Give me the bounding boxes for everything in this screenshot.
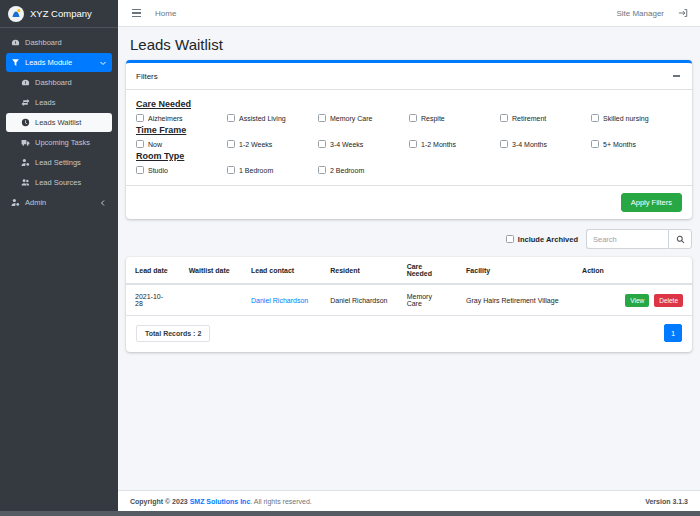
filter-option-studio[interactable]: Studio (136, 166, 227, 174)
time-frame-options: Now 1-2 Weeks 3-4 Weeks 1-2 Months 3-4 M… (136, 140, 682, 148)
sidebar-item-admin[interactable]: Admin (6, 193, 112, 212)
leads-module-submenu: Dashboard Leads Leads Waitlist Upcoming … (6, 73, 112, 192)
include-archived-toggle[interactable]: Include Archived (506, 235, 578, 244)
filters-footer: Apply Filters (126, 185, 692, 219)
checkbox-1-2-weeks[interactable] (227, 140, 235, 148)
sidebar-item-leads[interactable]: Leads (6, 93, 112, 112)
cell-care-needed: Memory Care (398, 284, 457, 316)
checkbox-3-4-months[interactable] (500, 140, 508, 148)
company-link[interactable]: SMZ Solutions Inc (190, 498, 251, 505)
pagination-page-1[interactable]: 1 (664, 324, 682, 342)
include-archived-label: Include Archived (518, 235, 578, 244)
content-area: Leads Waitlist Filters Care Needed Alzhe… (118, 27, 700, 516)
care-needed-heading: Care Needed (136, 99, 682, 109)
admin-icon (11, 198, 20, 207)
sidebar-item-leads-waitlist[interactable]: Leads Waitlist (6, 113, 112, 132)
cell-waitlist-date (180, 284, 242, 316)
column-lead-date: Lead date (126, 257, 180, 284)
sub-dashboard-icon (21, 78, 30, 87)
delete-button[interactable]: Delete (654, 294, 683, 307)
table-row: 2021-10-28 Daniel Richardson Daniel Rich… (126, 284, 692, 316)
sidebar-item-label: Leads Module (25, 58, 72, 67)
filter-option-1-2-weeks[interactable]: 1-2 Weeks (227, 140, 318, 148)
topbar-right: Site Manager (616, 8, 688, 18)
checkbox-5-plus-months[interactable] (591, 140, 599, 148)
filter-option-3-4-weeks[interactable]: 3-4 Weeks (318, 140, 409, 148)
column-care-needed: Care Needed (398, 257, 457, 284)
list-toolbar: Include Archived (126, 229, 692, 249)
funnel-icon (11, 58, 20, 67)
filter-option-retirement[interactable]: Retirement (500, 114, 591, 122)
column-waitlist-date: Waitlist date (180, 257, 242, 284)
table-header-row: Lead date Waitlist date Lead contact Res… (126, 257, 692, 284)
user-role-link[interactable]: Site Manager (616, 9, 664, 18)
filters-header: Filters (126, 63, 692, 90)
filter-option-assisted-living[interactable]: Assisted Living (227, 114, 318, 122)
checkbox-studio[interactable] (136, 166, 144, 174)
checkbox-3-4-weeks[interactable] (318, 140, 326, 148)
sidebar-item-leads-module[interactable]: Leads Module (6, 53, 112, 72)
checkbox-assisted-living[interactable] (227, 114, 235, 122)
signout-icon[interactable] (678, 8, 688, 18)
search-button[interactable] (668, 229, 692, 249)
brand-name: XYZ Company (30, 8, 92, 19)
rights-text: . All rights reserved. (250, 498, 311, 505)
user-gear-icon (21, 158, 30, 167)
checkbox-skilled-nursing[interactable] (591, 114, 599, 122)
checkbox-1-bedroom[interactable] (227, 166, 235, 174)
sidebar-item-label: Dashboard (25, 38, 62, 47)
lead-contact-link[interactable]: Daniel Richardson (251, 297, 308, 304)
sidebar-item-upcoming-tasks[interactable]: Upcoming Tasks (6, 133, 112, 152)
exchange-icon (21, 98, 30, 107)
checkbox-2-bedroom[interactable] (318, 166, 326, 174)
sidebar-item-label: Lead Settings (35, 158, 81, 167)
filter-option-1-2-months[interactable]: 1-2 Months (409, 140, 500, 148)
clock-icon (21, 118, 30, 127)
checkbox-alzheimers[interactable] (136, 114, 144, 122)
room-type-heading: Room Type (136, 151, 682, 161)
sidebar-item-label: Lead Sources (35, 178, 81, 187)
company-logo (8, 6, 24, 22)
view-button[interactable]: View (625, 294, 649, 307)
apply-filters-button[interactable]: Apply Filters (621, 193, 682, 212)
cell-resident: Daniel Richardson (321, 284, 397, 316)
filter-option-2-bedroom[interactable]: 2 Bedroom (318, 166, 409, 174)
care-needed-options: Alzheimers Assisted Living Memory Care R… (136, 114, 682, 122)
users-icon (21, 178, 30, 187)
filter-option-respite[interactable]: Respite (409, 114, 500, 122)
dashboard-icon (11, 38, 20, 47)
filters-card: Filters Care Needed Alzheimers Assisted … (126, 60, 692, 219)
waitlist-table-card: Lead date Waitlist date Lead contact Res… (126, 257, 692, 352)
menu-icon[interactable] (130, 7, 143, 19)
filter-option-memory-care[interactable]: Memory Care (318, 114, 409, 122)
sidebar-item-sub-dashboard[interactable]: Dashboard (6, 73, 112, 92)
sidebar-nav: Dashboard Leads Module Dashboard (0, 28, 118, 218)
checkbox-respite[interactable] (409, 114, 417, 122)
brand[interactable]: XYZ Company (0, 0, 118, 28)
filters-title: Filters (136, 72, 158, 81)
room-type-options: Studio 1 Bedroom 2 Bedroom (136, 166, 682, 174)
checkbox-1-2-months[interactable] (409, 140, 417, 148)
sidebar-item-dashboard[interactable]: Dashboard (6, 33, 112, 52)
sidebar-item-lead-sources[interactable]: Lead Sources (6, 173, 112, 192)
search-input[interactable] (586, 229, 668, 249)
filter-option-5-plus-months[interactable]: 5+ Months (591, 140, 682, 148)
checkbox-memory-care[interactable] (318, 114, 326, 122)
checkbox-retirement[interactable] (500, 114, 508, 122)
checkbox-now[interactable] (136, 140, 144, 148)
include-archived-checkbox[interactable] (506, 235, 514, 243)
filter-option-3-4-months[interactable]: 3-4 Months (500, 140, 591, 148)
window-edge (0, 511, 700, 516)
sidebar: XYZ Company Dashboard Leads Module Dashb… (0, 0, 118, 516)
filter-option-skilled-nursing[interactable]: Skilled nursing (591, 114, 682, 122)
collapse-icon[interactable] (670, 70, 682, 82)
chevron-left-icon (99, 199, 107, 207)
search-group (586, 229, 692, 249)
column-facility: Facility (457, 257, 573, 284)
filter-option-now[interactable]: Now (136, 140, 227, 148)
filter-option-1-bedroom[interactable]: 1 Bedroom (227, 166, 318, 174)
sidebar-item-lead-settings[interactable]: Lead Settings (6, 153, 112, 172)
home-link[interactable]: Home (155, 9, 176, 18)
chevron-down-icon (99, 59, 107, 67)
filter-option-alzheimers[interactable]: Alzheimers (136, 114, 227, 122)
